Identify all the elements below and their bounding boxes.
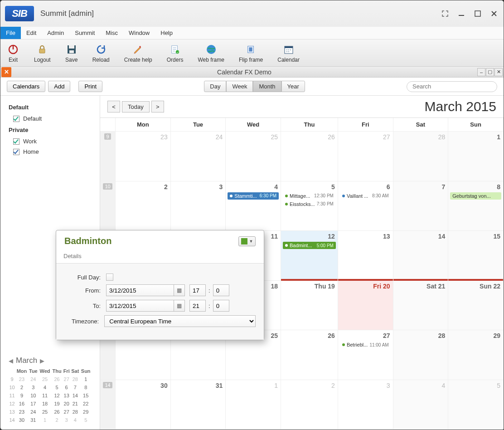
day-cell[interactable]: 4Stammti...6:30 PM bbox=[226, 181, 281, 231]
to-date-input[interactable] bbox=[106, 300, 174, 312]
view-week[interactable]: Week bbox=[226, 81, 253, 92]
toolbar-calendar[interactable]: Calendar bbox=[277, 43, 300, 63]
svg-rect-5 bbox=[69, 45, 74, 49]
prev-period-button[interactable]: < bbox=[107, 101, 120, 112]
subwindow-close-icon[interactable]: ✕ bbox=[1, 67, 11, 77]
toolbar-save[interactable]: Save bbox=[65, 43, 78, 63]
maximize-icon[interactable] bbox=[473, 9, 483, 19]
menu-file[interactable]: File bbox=[0, 27, 21, 39]
close-icon[interactable] bbox=[489, 9, 499, 19]
menu-window[interactable]: Window bbox=[123, 27, 155, 39]
day-cell[interactable]: 6Vaillant ...8:30 AM bbox=[338, 181, 393, 231]
checkbox-icon[interactable] bbox=[13, 138, 19, 145]
event[interactable]: Badmint...5:00 PM bbox=[283, 242, 336, 249]
day-cell[interactable]: 12Badmint...5:00 PM bbox=[281, 231, 338, 281]
day-cell[interactable]: 25 bbox=[226, 132, 281, 181]
to-datepicker-icon[interactable]: ▦ bbox=[174, 300, 185, 312]
day-cell[interactable]: 2 bbox=[281, 380, 338, 430]
from-date-input[interactable] bbox=[106, 284, 174, 296]
day-cell[interactable]: 4 bbox=[393, 380, 449, 430]
toolbar-logout[interactable]: Logout bbox=[34, 43, 51, 63]
menu-summit[interactable]: Summit bbox=[69, 27, 100, 39]
menu-help[interactable]: Help bbox=[155, 27, 178, 39]
event[interactable]: Stammti...6:30 PM bbox=[228, 192, 279, 200]
day-cell[interactable]: 31 bbox=[171, 380, 226, 430]
day-cell[interactable]: 1 bbox=[226, 380, 281, 430]
day-cell[interactable]: 7 bbox=[393, 181, 449, 231]
subwindow-minimize-icon[interactable]: – bbox=[477, 68, 485, 76]
day-cell[interactable]: 27 bbox=[338, 132, 393, 181]
event[interactable]: Vaillant ...8:30 AM bbox=[340, 192, 391, 200]
view-month[interactable]: Month bbox=[253, 81, 281, 92]
fullday-checkbox[interactable] bbox=[106, 274, 113, 281]
day-cell[interactable]: 24 bbox=[171, 132, 226, 181]
from-hour-input[interactable] bbox=[189, 284, 206, 296]
day-cell[interactable]: 26 bbox=[281, 330, 338, 380]
toolbar-reload[interactable]: Reload bbox=[92, 43, 110, 63]
day-cell[interactable]: 8Geburtstag von... bbox=[448, 181, 504, 231]
day-cell[interactable]: 3 bbox=[171, 181, 226, 231]
menu-edit[interactable]: Edit bbox=[21, 27, 42, 39]
day-cell[interactable]: 13 bbox=[338, 231, 393, 281]
mini-next-icon[interactable]: ▶ bbox=[40, 357, 44, 364]
checkbox-icon[interactable] bbox=[13, 116, 19, 122]
day-cell[interactable]: 5 bbox=[448, 380, 504, 430]
menu-admin[interactable]: Admin bbox=[42, 27, 69, 39]
color-picker-button[interactable]: ▼ bbox=[238, 236, 256, 246]
from-datepicker-icon[interactable]: ▦ bbox=[174, 284, 185, 296]
next-period-button[interactable]: > bbox=[151, 101, 164, 112]
day-cell[interactable]: 26 bbox=[281, 132, 338, 181]
view-year[interactable]: Year bbox=[281, 81, 305, 92]
mini-prev-icon[interactable]: ◀ bbox=[9, 357, 13, 364]
day-cell[interactable]: 14 bbox=[393, 231, 449, 281]
print-button[interactable]: Print bbox=[78, 81, 102, 92]
to-hour-input[interactable] bbox=[189, 300, 206, 312]
toolbar-flip-frame[interactable]: Flip frame bbox=[239, 43, 263, 63]
calendar-toggle-work[interactable]: Work bbox=[9, 136, 92, 147]
view-day[interactable]: Day bbox=[204, 81, 226, 92]
menu-misc[interactable]: Misc bbox=[100, 27, 123, 39]
add-button[interactable]: Add bbox=[48, 81, 70, 92]
day-cell[interactable]: 3 bbox=[338, 380, 393, 430]
event[interactable]: Eisstocks...7:30 PM bbox=[283, 200, 336, 208]
toolbar-create-help[interactable]: Create help bbox=[124, 43, 152, 63]
day-cell[interactable]: 5Mittage...12:30 PMEisstocks...7:30 PM bbox=[281, 181, 338, 231]
day-cell[interactable]: Sun 22 bbox=[448, 281, 504, 331]
dow-header: Sat bbox=[393, 118, 449, 132]
calendar-toggle-default[interactable]: Default bbox=[9, 113, 92, 124]
event[interactable]: Betriebl...11:00 AM bbox=[340, 341, 391, 348]
toolbar-web-frame[interactable]: Web frame bbox=[198, 43, 224, 63]
day-cell[interactable]: 30 bbox=[116, 380, 171, 430]
today-button[interactable]: Today bbox=[122, 101, 150, 112]
day-cell[interactable]: 28 bbox=[393, 132, 449, 181]
timezone-select[interactable]: Central European Time bbox=[104, 315, 256, 327]
day-cell[interactable]: 1 bbox=[448, 132, 504, 181]
toolbar-orders[interactable]: Orders bbox=[167, 43, 184, 63]
day-cell[interactable]: 28 bbox=[393, 330, 449, 380]
to-minute-input[interactable] bbox=[213, 300, 229, 312]
subwindow-close2-icon[interactable]: ✕ bbox=[494, 68, 503, 76]
calendar-toggle-home[interactable]: Home bbox=[9, 147, 92, 157]
minimize-icon[interactable] bbox=[456, 9, 466, 19]
day-cell[interactable]: 15 bbox=[448, 231, 504, 281]
fullscreen-icon[interactable] bbox=[440, 9, 450, 19]
day-cell[interactable]: 27Betriebl...11:00 AM bbox=[338, 330, 393, 380]
day-cell[interactable]: 2 bbox=[116, 181, 171, 231]
day-cell[interactable]: 23 bbox=[116, 132, 171, 181]
toolbar-exit[interactable]: Exit bbox=[7, 43, 19, 63]
day-cell[interactable]: Fri 20 bbox=[338, 281, 393, 331]
popup-tab-details[interactable]: Details bbox=[63, 253, 82, 259]
day-cell[interactable]: 29 bbox=[448, 330, 504, 380]
floppy-icon bbox=[65, 43, 78, 56]
search-input[interactable] bbox=[407, 81, 497, 92]
week-number: 14 bbox=[100, 380, 116, 430]
checkbox-icon[interactable] bbox=[13, 149, 19, 155]
event[interactable]: Mittage...12:30 PM bbox=[283, 192, 336, 200]
from-minute-input[interactable] bbox=[213, 284, 229, 296]
day-cell[interactable]: Sat 21 bbox=[393, 281, 449, 331]
dow-header: Wed bbox=[226, 118, 281, 132]
event[interactable]: Geburtstag von... bbox=[450, 192, 501, 200]
calendars-button[interactable]: Calendars bbox=[7, 81, 45, 92]
day-cell[interactable]: Thu 19 bbox=[281, 281, 338, 331]
subwindow-maximize-icon[interactable]: ▢ bbox=[486, 68, 494, 76]
